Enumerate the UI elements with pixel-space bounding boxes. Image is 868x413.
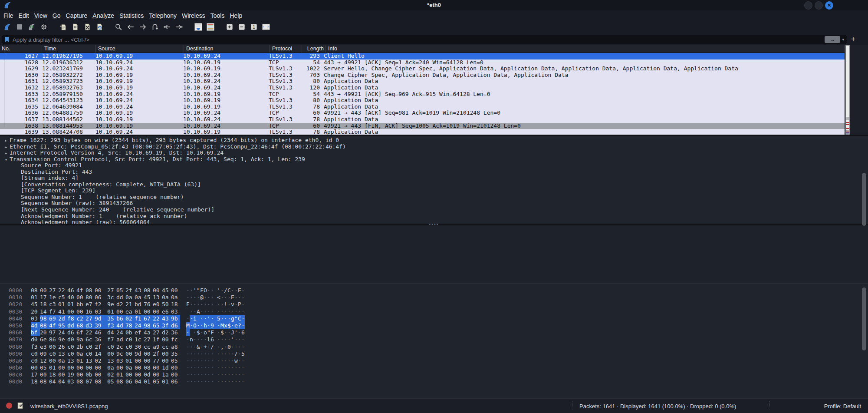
packet-row-1639[interactable]: 163913.08842470810.10.69.2410.10.69.19TL… [0,129,845,135]
hex-byte[interactable]: 03 [31,315,40,322]
ascii-char[interactable]: · [224,357,227,364]
ascii-char[interactable]: h [204,322,207,329]
hex-byte[interactable]: 08 [31,287,40,294]
hex-byte[interactable]: 9b [171,315,180,322]
hex-byte[interactable]: 00 [95,287,104,294]
hex-byte[interactable]: 00 [40,371,49,378]
hex-byte[interactable]: 01 [76,357,85,364]
ascii-char[interactable]: · [190,371,193,378]
ascii-char[interactable]: · [238,357,241,364]
hex-byte[interactable]: 6c [85,336,95,343]
hex-byte[interactable]: 45 [31,301,40,308]
hex-byte[interactable]: 08 [76,378,85,385]
hex-byte[interactable]: 2f [125,287,135,294]
hex-byte[interactable]: 01 [144,378,153,385]
ascii-char[interactable]: · [210,315,214,322]
hex-byte[interactable]: 1f [153,336,162,343]
ascii-char[interactable]: P [238,301,241,308]
ascii-char[interactable]: · [186,294,190,301]
ascii-char[interactable]: · [197,301,200,308]
ascii-char[interactable]: · [207,322,210,329]
hex-byte[interactable]: 16 [85,308,95,315]
filter-bookmark-icon[interactable] [4,36,10,43]
ascii-char[interactable]: - [197,315,200,322]
ascii-char[interactable]: · [193,308,197,315]
ascii-char[interactable]: · [200,378,204,385]
ascii-char[interactable]: · [227,294,231,301]
ascii-char[interactable]: · [227,364,231,371]
ascii-char[interactable]: · [190,301,193,308]
packet-row-1635[interactable]: 163512.06463908410.10.69.2410.10.69.19TL… [0,104,845,110]
ascii-char[interactable]: · [231,378,234,385]
auto-scroll-button[interactable] [193,21,204,33]
hex-byte[interactable]: 65 [153,322,162,329]
ascii-char[interactable]: · [224,329,227,336]
hex-byte[interactable]: 06 [171,378,180,385]
detail-line-5[interactable]: Destination Port: 443 [0,169,868,175]
ascii-char[interactable]: · [210,357,214,364]
hex-byte[interactable]: 13 [67,357,76,364]
ascii-char[interactable]: · [200,350,204,357]
hex-byte[interactable]: 08 [40,378,49,385]
last-packet-button[interactable] [174,21,185,33]
hex-row-00c0[interactable]: 00c01700180019000b00020100000d001a00····… [0,371,868,378]
packet-row-1630[interactable]: 163012.05893227210.10.69.1910.10.69.24TL… [0,72,845,79]
zoom-in-button[interactable] [224,21,235,33]
hex-byte[interactable]: 00 [171,364,180,371]
hex-byte[interactable]: 24 [116,329,125,336]
ascii-char[interactable]: · [231,322,234,329]
hex-byte[interactable]: 4d [116,322,125,329]
hex-byte[interactable]: 00 [162,336,171,343]
ascii-char[interactable]: · [238,344,241,350]
hex-byte[interactable]: ad [116,336,125,343]
ascii-char[interactable]: · [231,371,234,378]
normal-size-button[interactable]: 1 [248,21,260,33]
column-header-no[interactable]: No. [0,45,42,53]
hex-byte[interactable]: 00 [76,371,85,378]
hex-byte[interactable]: 17 [40,294,49,301]
hex-byte[interactable]: 00 [144,357,153,364]
details-scrollbar-thumb[interactable] [862,173,866,226]
detail-line-11[interactable]: [Next Sequence Number: 240 (relative seq… [0,207,868,213]
hex-byte[interactable]: 40 [67,294,76,301]
ascii-char[interactable]: · [231,357,234,364]
detail-line-7[interactable]: [Conversation completeness: Complete, WI… [0,182,868,188]
hex-byte[interactable]: 0b [125,329,135,336]
ascii-char[interactable]: + [204,344,207,350]
hex-byte[interactable]: 01 [125,357,135,364]
hex-byte[interactable]: 00 [125,350,135,357]
hex-byte[interactable]: f2 [95,301,104,308]
ascii-char[interactable]: · [204,294,207,301]
ascii-char[interactable]: · [200,308,204,315]
ascii-char[interactable]: · [193,357,197,364]
ascii-char[interactable]: · [224,378,227,385]
ascii-char[interactable]: · [220,350,224,357]
ascii-char[interactable]: · [207,287,210,294]
hex-byte[interactable]: 9a [76,336,85,343]
ascii-char[interactable]: · [241,294,245,301]
hex-byte[interactable]: 01 [49,364,58,371]
detail-line-0[interactable]: ▸Frame 1627: 293 bytes on wire (2344 bit… [0,137,868,144]
maximize-button[interactable] [815,1,823,10]
ascii-char[interactable]: · [210,371,214,378]
hex-byte[interactable]: 98 [144,322,153,329]
detail-line-1[interactable]: ▸Ethernet II, Src: PcsCompu_05:2f:43 (08… [0,144,868,150]
menu-help[interactable]: Help [230,12,247,19]
packet-row-1637[interactable]: 163713.08814456210.10.69.1910.10.69.24TL… [0,116,845,123]
hex-byte[interactable]: 00 [40,287,49,294]
minimize-button[interactable] [804,1,812,10]
ascii-char[interactable]: C [238,315,241,322]
ascii-char[interactable]: · [241,287,245,294]
ascii-char[interactable]: · [207,350,210,357]
hex-byte[interactable]: 80 [85,294,95,301]
hex-byte[interactable]: 18 [40,301,49,308]
hex-byte[interactable]: 00 [58,371,67,378]
hex-byte[interactable]: 77 [153,357,162,364]
ascii-char[interactable]: M [220,322,224,329]
hex-byte[interactable]: d4 [104,329,116,336]
ascii-char[interactable]: · [197,364,200,371]
hex-byte[interactable]: 09 [40,350,49,357]
hex-byte[interactable]: 69 [49,315,58,322]
hex-byte[interactable]: 43 [162,315,171,322]
ascii-char[interactable]: · [234,378,238,385]
